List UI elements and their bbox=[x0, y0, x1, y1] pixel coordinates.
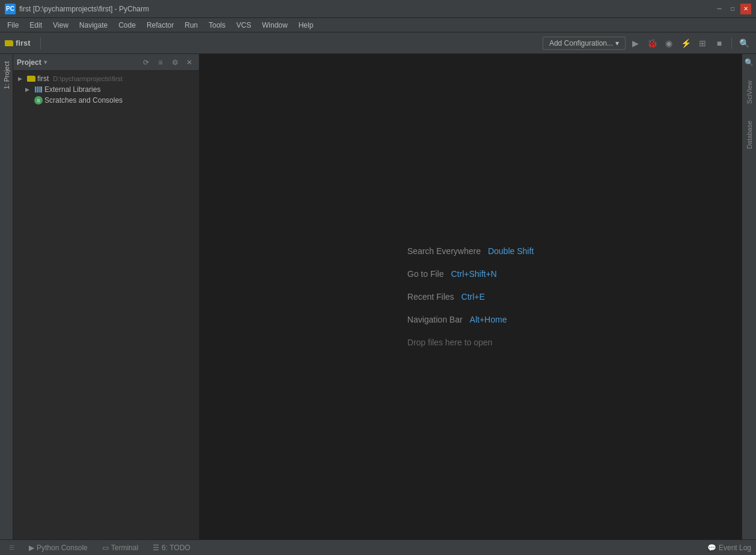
project-panel-header: Project ▾ ⟳ ≡ ⚙ ✕ bbox=[13, 54, 199, 71]
project-dropdown-arrow[interactable]: ▾ bbox=[44, 59, 47, 65]
concurrency-button[interactable]: ⊞ bbox=[695, 36, 710, 50]
sidebar-tab-project[interactable]: 1: Project bbox=[1, 56, 12, 94]
folder-icon-root bbox=[27, 76, 35, 82]
stop-button[interactable]: ■ bbox=[712, 36, 727, 50]
drop-files-label: Drop files here to open bbox=[407, 338, 493, 347]
menu-bar: File Edit View Navigate Code Refactor Ru… bbox=[0, 18, 756, 32]
todo-icon: ☰ bbox=[153, 544, 159, 552]
toolbar-separator-2 bbox=[731, 37, 732, 49]
nav-bar-label: Navigation Bar bbox=[407, 315, 463, 324]
terminal-icon: ▭ bbox=[102, 544, 109, 552]
search-everywhere-button[interactable]: 🔍 bbox=[737, 36, 751, 50]
tree-arrow-root: ▶ bbox=[18, 76, 25, 82]
svg-rect-2 bbox=[38, 86, 40, 92]
toolbar: first Add Configuration... ▾ ▶ 🐞 ◉ ⚡ ⊞ ■… bbox=[0, 32, 756, 54]
menu-edit[interactable]: Edit bbox=[25, 20, 47, 31]
left-sidebar-tabs: 1: Project bbox=[0, 54, 13, 539]
scratches-icon: S bbox=[34, 96, 43, 105]
recent-files-key: Ctrl+E bbox=[462, 292, 485, 302]
project-label: first bbox=[5, 38, 31, 47]
add-configuration-button[interactable]: Add Configuration... ▾ bbox=[543, 37, 626, 50]
library-icon bbox=[34, 85, 43, 94]
project-panel: Project ▾ ⟳ ≡ ⚙ ✕ ▶ first D:\pycharmproj… bbox=[13, 54, 200, 539]
right-sidebar: 🔍 SciView Database bbox=[742, 54, 756, 539]
main-layout: 1: Project Project ▾ ⟳ ≡ ⚙ ✕ ▶ first D:\… bbox=[0, 54, 756, 539]
close-button[interactable]: ✕ bbox=[740, 4, 751, 14]
app-icon: PC bbox=[5, 4, 16, 14]
shortcut-row-goto: Go to File Ctrl+Shift+N bbox=[407, 269, 534, 279]
event-log[interactable]: 💬 Event Log bbox=[707, 544, 751, 552]
nav-bar-key: Alt+Home bbox=[470, 315, 507, 324]
bottom-left-icon: ☰ bbox=[5, 544, 18, 551]
menu-view[interactable]: View bbox=[48, 20, 73, 31]
menu-window[interactable]: Window bbox=[257, 20, 293, 31]
project-name: first bbox=[16, 38, 31, 47]
svg-rect-1 bbox=[37, 86, 38, 92]
add-config-arrow: ▾ bbox=[615, 39, 619, 47]
project-close-button[interactable]: ✕ bbox=[183, 56, 195, 68]
window-title: first [D:\pycharmprojects\first] - PyCha… bbox=[19, 5, 149, 13]
tree-label-scratches: Scratches and Consoles bbox=[44, 96, 123, 105]
event-log-label: Event Log bbox=[719, 544, 751, 552]
project-sync-button[interactable]: ⟳ bbox=[140, 56, 152, 68]
window-controls: ─ □ ✕ bbox=[714, 4, 751, 14]
title-bar: PC first [D:\pycharmprojects\first] - Py… bbox=[0, 0, 756, 18]
run-button[interactable]: ▶ bbox=[628, 36, 642, 50]
terminal-label: Terminal bbox=[111, 544, 138, 552]
menu-run[interactable]: Run bbox=[180, 20, 203, 31]
search-everywhere-label: Search Everywhere bbox=[407, 246, 481, 256]
toolbar-separator bbox=[40, 37, 41, 49]
bottom-bar: ☰ ▶ Python Console ▭ Terminal ☰ 6: TODO … bbox=[0, 539, 756, 555]
shortcut-row-search: Search Everywhere Double Shift bbox=[407, 246, 534, 256]
todo-label: 6: TODO bbox=[162, 544, 191, 552]
menu-refactor[interactable]: Refactor bbox=[142, 20, 178, 31]
folder-icon bbox=[5, 40, 13, 46]
project-panel-title: Project ▾ bbox=[17, 58, 138, 67]
app-icon-label: PC bbox=[6, 5, 14, 12]
restore-button[interactable]: □ bbox=[727, 4, 738, 14]
tree-item-external-libs[interactable]: ▶ External Libraries bbox=[13, 84, 199, 95]
terminal-tab[interactable]: ▭ Terminal bbox=[99, 542, 142, 553]
menu-file[interactable]: File bbox=[2, 20, 23, 31]
goto-file-label: Go to File bbox=[407, 269, 444, 279]
debug-button[interactable]: 🐞 bbox=[645, 36, 659, 50]
todo-tab[interactable]: ☰ 6: TODO bbox=[149, 542, 194, 553]
add-config-label: Add Configuration... bbox=[549, 39, 613, 47]
coverage-button[interactable]: ◉ bbox=[662, 36, 676, 50]
title-bar-left: PC first [D:\pycharmprojects\first] - Py… bbox=[5, 4, 149, 14]
search-icon-button[interactable]: 🔍 bbox=[743, 56, 755, 68]
event-log-icon: 💬 bbox=[707, 544, 716, 552]
shortcut-row-nav: Navigation Bar Alt+Home bbox=[407, 315, 534, 324]
search-everywhere-key: Double Shift bbox=[488, 246, 534, 256]
tree-label-ext-libs: External Libraries bbox=[44, 85, 100, 94]
project-panel-title-label: Project bbox=[17, 58, 41, 67]
menu-navigate[interactable]: Navigate bbox=[75, 20, 112, 31]
menu-vcs[interactable]: VCS bbox=[231, 20, 256, 31]
svg-text:S: S bbox=[37, 98, 40, 103]
python-console-tab[interactable]: ▶ Python Console bbox=[25, 542, 91, 553]
menu-code[interactable]: Code bbox=[114, 20, 141, 31]
tree-label-root: first bbox=[37, 74, 49, 83]
shortcut-row-recent: Recent Files Ctrl+E bbox=[407, 292, 534, 302]
welcome-content: Search Everywhere Double Shift Go to Fil… bbox=[407, 246, 534, 347]
menu-tools[interactable]: Tools bbox=[204, 20, 230, 31]
svg-rect-0 bbox=[35, 86, 36, 92]
project-collapse-button[interactable]: ≡ bbox=[154, 56, 166, 68]
project-tree: ▶ first D:\pycharmprojects\first ▶ Exter… bbox=[13, 71, 199, 539]
tree-item-root[interactable]: ▶ first D:\pycharmprojects\first bbox=[13, 73, 199, 84]
project-settings-button[interactable]: ⚙ bbox=[169, 56, 181, 68]
tree-arrow-ext-libs: ▶ bbox=[25, 86, 32, 92]
python-console-label: Python Console bbox=[37, 544, 88, 552]
goto-file-key: Ctrl+Shift+N bbox=[451, 269, 496, 279]
profile-button[interactable]: ⚡ bbox=[678, 36, 693, 50]
database-tab[interactable]: Database bbox=[744, 116, 755, 154]
tree-path-root: D:\pycharmprojects\first bbox=[53, 75, 123, 82]
scview-tab[interactable]: SciView bbox=[744, 76, 755, 109]
minimize-button[interactable]: ─ bbox=[714, 4, 725, 14]
menu-help[interactable]: Help bbox=[294, 20, 319, 31]
editor-area: Search Everywhere Double Shift Go to Fil… bbox=[200, 54, 742, 539]
shortcut-row-drop: Drop files here to open bbox=[407, 338, 534, 347]
tree-item-scratches[interactable]: S Scratches and Consoles bbox=[13, 95, 199, 106]
recent-files-label: Recent Files bbox=[407, 292, 454, 302]
svg-rect-3 bbox=[40, 86, 42, 92]
